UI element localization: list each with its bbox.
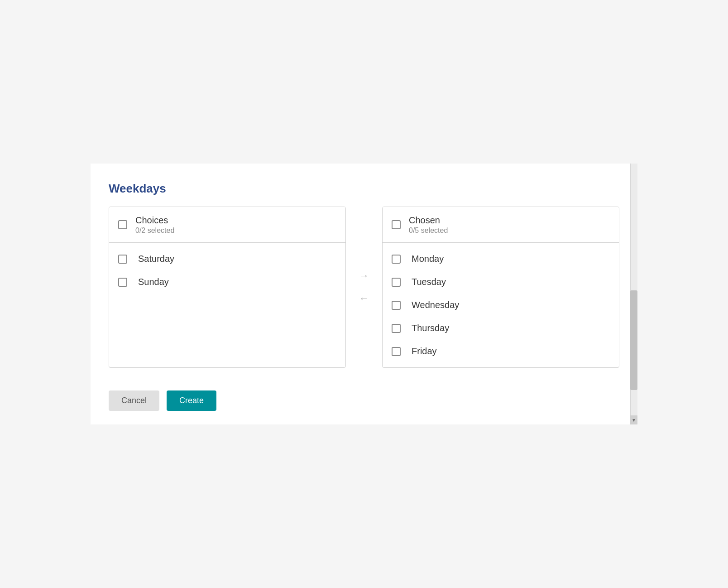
- list-item[interactable]: Monday: [383, 247, 619, 270]
- chosen-panel: Chosen 0/5 selected Monday Tuesday Wedne…: [382, 207, 619, 368]
- list-item[interactable]: Sunday: [109, 270, 345, 294]
- wednesday-label: Wednesday: [412, 300, 459, 310]
- scrollbar-thumb[interactable]: [630, 290, 637, 390]
- chosen-count: 0/5 selected: [409, 226, 448, 236]
- friday-label: Friday: [412, 346, 437, 357]
- list-item[interactable]: Saturday: [109, 247, 345, 270]
- scrollbar-track: ▼: [630, 164, 637, 425]
- friday-checkbox[interactable]: [392, 347, 401, 356]
- transfer-arrows: → ←: [346, 207, 382, 368]
- sunday-label: Sunday: [138, 277, 169, 287]
- scroll-arrow-down-icon[interactable]: ▼: [630, 415, 637, 424]
- transfer-widget: Choices 0/2 selected Saturday Sunday → ←: [109, 207, 619, 368]
- saturday-label: Saturday: [138, 254, 174, 264]
- sunday-checkbox[interactable]: [118, 278, 127, 287]
- thursday-label: Thursday: [412, 323, 449, 333]
- chosen-list-body: Monday Tuesday Wednesday Thursday Friday: [383, 243, 619, 367]
- chosen-header: Chosen 0/5 selected: [383, 207, 619, 243]
- move-right-button[interactable]: →: [357, 268, 371, 284]
- saturday-checkbox[interactable]: [118, 255, 127, 264]
- choices-list-body: Saturday Sunday: [109, 243, 345, 298]
- tuesday-label: Tuesday: [412, 277, 446, 287]
- tuesday-checkbox[interactable]: [392, 278, 401, 287]
- page-container: Weekdays Choices 0/2 selected Saturday S…: [91, 164, 637, 425]
- list-item[interactable]: Tuesday: [383, 270, 619, 294]
- monday-checkbox[interactable]: [392, 255, 401, 264]
- list-item[interactable]: Wednesday: [383, 294, 619, 317]
- chosen-select-all-checkbox[interactable]: [392, 220, 401, 229]
- choices-count: 0/2 selected: [135, 226, 174, 236]
- list-item[interactable]: Thursday: [383, 317, 619, 340]
- cancel-button[interactable]: Cancel: [109, 390, 159, 411]
- create-button[interactable]: Create: [167, 390, 216, 411]
- chosen-title: Chosen: [409, 214, 448, 226]
- choices-select-all-checkbox[interactable]: [118, 220, 127, 229]
- choices-header: Choices 0/2 selected: [109, 207, 345, 243]
- list-item[interactable]: Friday: [383, 340, 619, 363]
- move-left-button[interactable]: ←: [357, 291, 371, 306]
- section-title: Weekdays: [109, 182, 619, 196]
- footer-buttons: Cancel Create: [109, 386, 619, 411]
- monday-label: Monday: [412, 254, 444, 264]
- choices-title: Choices: [135, 214, 174, 226]
- wednesday-checkbox[interactable]: [392, 301, 401, 310]
- thursday-checkbox[interactable]: [392, 324, 401, 333]
- choices-panel: Choices 0/2 selected Saturday Sunday: [109, 207, 346, 368]
